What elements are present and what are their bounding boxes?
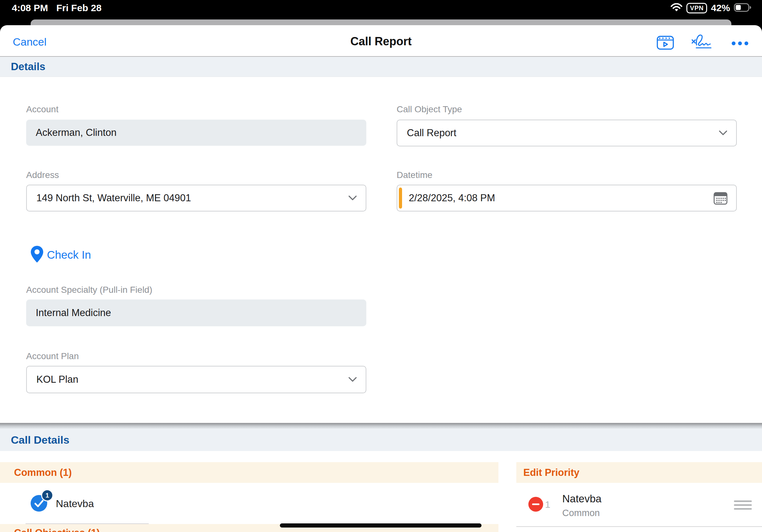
more-ellipsis-icon[interactable] [731, 41, 749, 47]
account-plan-label: Account Plan [26, 351, 79, 362]
datetime-value: 2/28/2025, 4:08 PM [409, 185, 495, 211]
account-specialty-field: Internal Medicine [26, 299, 366, 326]
chevron-down-icon [719, 130, 727, 137]
priority-order: 1 [545, 499, 551, 510]
section-header-details: Details [0, 57, 762, 77]
home-indicator[interactable] [280, 523, 482, 528]
address-value: 149 North St, Waterville, ME 04901 [37, 185, 191, 211]
address-label: Address [26, 170, 59, 180]
location-pin-icon [30, 245, 44, 264]
product-name: Natevba [56, 498, 94, 509]
priority-product-name: Natevba [562, 493, 601, 505]
status-bar: 4:08 PM Fri Feb 28 VPN 42% [0, 0, 762, 19]
section-shadow [0, 423, 762, 429]
battery-icon [734, 3, 751, 13]
address-select[interactable]: 149 North St, Waterville, ME 04901 [26, 185, 366, 212]
status-date: Fri Feb 28 [56, 3, 102, 13]
call-object-type-value: Call Report [407, 120, 456, 146]
remove-button[interactable] [528, 496, 544, 513]
ipad-screen: 4:08 PM Fri Feb 28 VPN 42% [0, 0, 762, 532]
list-divider [516, 526, 762, 527]
section-header-call-details: Call Details [0, 429, 762, 451]
account-label: Account [26, 104, 58, 114]
priority-product-group: Common [562, 507, 600, 518]
check-in-button[interactable]: Check In [30, 245, 91, 264]
section-title: Call Details [11, 429, 762, 451]
datetime-label: Datetime [397, 170, 432, 180]
signature-icon[interactable] [691, 33, 714, 51]
chevron-down-icon [348, 195, 357, 202]
account-specialty-value: Internal Medicine [36, 299, 111, 326]
battery-percent: 42% [711, 3, 730, 13]
edit-priority-label: Edit Priority [523, 462, 762, 483]
next-section-label: Call Objectives (1) [14, 527, 100, 532]
section-title: Details [11, 61, 45, 72]
wifi-icon [670, 3, 683, 13]
product-group-header: Common (1) [0, 462, 498, 483]
product-group-label: Common (1) [14, 462, 498, 483]
account-plan-select[interactable]: KOL Plan [26, 366, 366, 393]
chevron-down-icon [348, 377, 357, 383]
drag-handle-icon[interactable] [734, 500, 752, 512]
account-plan-value: KOL Plan [37, 366, 79, 393]
datetime-field[interactable]: 2/28/2025, 4:08 PM [397, 185, 737, 212]
call-object-type-select[interactable]: Call Report [397, 120, 737, 146]
call-object-type-label: Call Object Type [397, 104, 462, 114]
product-count-badge: 1 [41, 489, 53, 501]
check-in-label: Check In [47, 248, 91, 261]
page-title: Call Report [0, 35, 762, 48]
vpn-badge: VPN [686, 3, 707, 13]
status-time: 4:08 PM [12, 3, 48, 13]
calendar-icon [713, 191, 728, 207]
edit-priority-header: Edit Priority [516, 462, 762, 483]
account-value: Ackerman, Clinton [36, 120, 116, 146]
account-specialty-label: Account Specialty (Pull-in Field) [26, 285, 152, 295]
call-report-sheet: Cancel Call Report [0, 25, 762, 532]
required-field-bar [399, 187, 402, 209]
account-field: Ackerman, Clinton [26, 120, 366, 146]
media-player-icon[interactable] [657, 35, 674, 51]
